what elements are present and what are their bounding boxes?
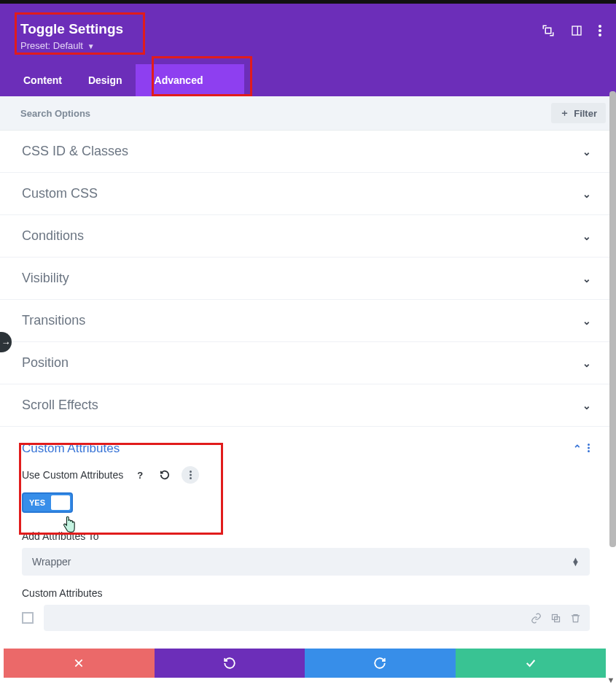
- kebab-menu-icon[interactable]: [588, 443, 590, 454]
- svg-point-11: [190, 477, 192, 479]
- chevron-down-icon: ⌄: [582, 146, 591, 158]
- toggle-label: YES: [29, 498, 45, 507]
- section-conditions[interactable]: Conditions ⌄: [0, 215, 612, 258]
- section-custom-css[interactable]: Custom CSS ⌄: [0, 173, 612, 215]
- preset-dropdown[interactable]: Preset: Default ▼: [20, 40, 123, 51]
- use-custom-attributes-label: Use Custom Attributes: [22, 469, 123, 481]
- use-custom-attributes-row: Use Custom Attributes ?: [22, 466, 590, 484]
- filter-button-label: Filter: [574, 108, 597, 119]
- modal-title: Toggle Settings: [20, 21, 123, 37]
- svg-point-10: [190, 474, 192, 476]
- svg-point-9: [190, 471, 192, 473]
- section-position[interactable]: Position ⌄: [0, 342, 612, 384]
- chevron-up-icon[interactable]: ⌃: [573, 443, 582, 454]
- plus-icon: ＋: [560, 107, 569, 120]
- copy-icon[interactable]: [550, 613, 561, 624]
- svg-point-7: [588, 447, 590, 449]
- section-title: Position: [22, 355, 69, 371]
- section-title: Custom CSS: [22, 186, 98, 201]
- scrollbar[interactable]: [609, 91, 616, 547]
- section-custom-attributes: Custom Attributes ⌃ Use Custom Attribute…: [0, 427, 612, 519]
- attribute-checkbox[interactable]: [22, 612, 34, 624]
- trash-icon[interactable]: [570, 613, 581, 624]
- header-action-icons: [542, 24, 601, 40]
- chevron-down-icon: ⌄: [582, 273, 591, 285]
- svg-point-4: [599, 29, 601, 32]
- section-title: Visibility: [22, 271, 69, 286]
- select-arrows-icon: ▲▼: [572, 558, 580, 565]
- section-title: Conditions: [22, 228, 84, 244]
- undo-button[interactable]: [155, 649, 305, 678]
- cancel-button[interactable]: [4, 649, 155, 678]
- svg-point-8: [588, 450, 590, 452]
- caret-down-icon: ▼: [87, 42, 95, 50]
- options-icon[interactable]: [182, 466, 199, 484]
- chevron-down-icon: ⌄: [582, 315, 591, 327]
- filter-bar: Search Options ＋ Filter: [0, 96, 616, 131]
- tabs-bar: Content Design Advanced: [0, 64, 616, 96]
- sections-container: CSS ID & Classes ⌄ Custom CSS ⌄ Conditio…: [0, 131, 612, 685]
- attribute-input-bar[interactable]: [44, 605, 590, 631]
- expand-icon[interactable]: [542, 24, 555, 40]
- undo-icon: [223, 657, 236, 670]
- select-value: Wrapper: [32, 556, 71, 568]
- save-button[interactable]: [456, 649, 607, 678]
- help-icon[interactable]: ?: [132, 467, 148, 483]
- section-scroll-effects[interactable]: Scroll Effects ⌄: [0, 384, 612, 427]
- chevron-down-icon: ⌄: [582, 188, 591, 200]
- check-icon: [523, 657, 538, 669]
- tab-advanced[interactable]: Advanced: [136, 64, 244, 96]
- section-title: Transitions: [22, 313, 85, 328]
- svg-point-5: [599, 34, 601, 36]
- scroll-corner-icon: ▼: [606, 675, 616, 685]
- section-transitions[interactable]: Transitions ⌄: [0, 300, 612, 342]
- redo-icon: [373, 657, 386, 670]
- tab-design[interactable]: Design: [75, 64, 136, 96]
- section-title: Scroll Effects: [22, 398, 98, 413]
- modal-header: Toggle Settings Preset: Default ▼: [0, 4, 616, 64]
- svg-rect-1: [572, 26, 581, 35]
- section-title: CSS ID & Classes: [22, 144, 128, 159]
- chevron-down-icon: ⌄: [582, 231, 591, 242]
- svg-point-3: [599, 25, 601, 28]
- tab-content[interactable]: Content: [10, 64, 75, 96]
- panel-icon[interactable]: [571, 25, 582, 39]
- custom-attributes-list-label: Custom Attributes: [22, 587, 590, 599]
- link-icon[interactable]: [531, 613, 542, 624]
- svg-rect-0: [545, 28, 551, 34]
- search-input[interactable]: Search Options: [20, 108, 90, 119]
- section-visibility[interactable]: Visibility ⌄: [0, 258, 612, 300]
- reset-icon[interactable]: [157, 467, 173, 483]
- kebab-menu-icon[interactable]: [599, 25, 601, 39]
- svg-point-6: [588, 444, 590, 446]
- title-block: Toggle Settings Preset: Default ▼: [17, 17, 130, 55]
- section-css-id[interactable]: CSS ID & Classes ⌄: [0, 131, 612, 173]
- filter-button[interactable]: ＋ Filter: [551, 103, 606, 123]
- section-title-open[interactable]: Custom Attributes: [22, 441, 120, 456]
- close-icon: [74, 658, 84, 668]
- attribute-row: [22, 605, 590, 631]
- modal-footer: [4, 649, 606, 678]
- chevron-down-icon: ⌄: [582, 357, 591, 369]
- preset-label: Preset: Default: [20, 40, 83, 51]
- add-attributes-to-select[interactable]: Wrapper ▲▼: [22, 548, 590, 576]
- chevron-down-icon: ⌄: [582, 400, 591, 411]
- use-custom-attributes-toggle[interactable]: YES: [22, 492, 73, 513]
- redo-button[interactable]: [305, 649, 456, 678]
- add-attributes-to-label: Add Attributes To: [22, 530, 590, 542]
- toggle-knob: [51, 495, 70, 510]
